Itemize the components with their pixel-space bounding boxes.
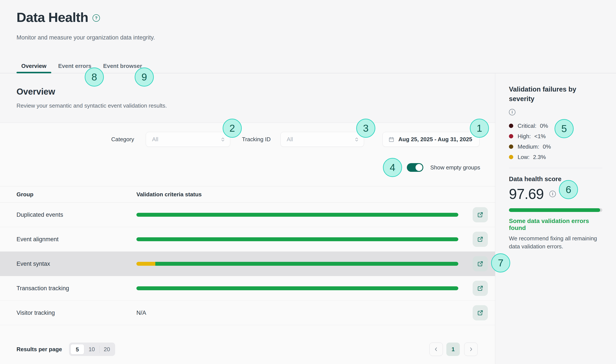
status-bar [136,262,458,266]
annotation-circle-5: 5 [555,119,574,138]
group-name: Event alignment [16,236,59,243]
annotation-circle-7: 7 [491,253,510,273]
main-panel: Overview Review your semantic and syntac… [0,73,495,364]
group-name: Visitor tracking [16,310,55,316]
column-header-status: Validation criteria status [136,186,202,202]
column-header-group: Group [16,186,33,202]
info-icon[interactable]: i [509,109,516,115]
chevron-right-icon [468,347,474,352]
previous-page-button[interactable] [429,342,443,356]
severity-item-medium: Medium: 0% [509,142,602,152]
open-details-button[interactable] [473,281,488,296]
date-range-picker[interactable]: Aug 25, 2025 - Aug 31, 2025 [382,132,480,147]
tracking-id-label: Tracking ID [242,132,271,147]
show-empty-groups-toggle[interactable] [407,163,423,172]
category-value: All [152,136,221,143]
show-empty-groups-row: Show empty groups [407,163,480,172]
updown-chevron-icon [354,137,359,142]
severity-value: <1% [534,133,546,140]
status-bar [136,286,458,290]
score-progress-bar [509,208,602,212]
group-name: Event syntax [16,260,50,267]
table-row: Duplicated events [0,203,495,227]
tab-overview[interactable]: Overview [16,59,51,73]
section-subtitle: Review your semantic and syntactic event… [16,102,167,109]
severity-panel-title: Validation failures by severity [509,85,589,104]
severity-label: High: [518,133,531,140]
results-option-5[interactable]: 5 [70,344,84,354]
table-row: Visitor tracking N/A [0,301,495,325]
next-page-button[interactable] [464,342,478,356]
score-recommendation: We recommend fixing all remaining data v… [509,234,600,250]
external-link-icon [477,310,484,316]
status-bar [136,237,458,241]
group-name: Transaction tracking [16,285,69,292]
filters-section: Category All Tracking ID All [0,123,495,186]
section-title: Overview [16,87,55,97]
data-health-score-title: Data health score [509,175,602,183]
severity-label: Low: [518,154,530,160]
table-header: Group Validation criteria status [0,186,495,203]
updown-chevron-icon [221,137,225,142]
severity-label: Critical: [518,123,536,129]
content: Overview Review your semantic and syntac… [0,73,616,364]
external-link-icon [477,236,484,243]
severity-value: 2.3% [533,154,546,160]
current-page-button[interactable]: 1 [446,342,460,356]
table-row: Event alignment [0,227,495,252]
page-header: Data Health ? Monitor and measure your o… [0,0,616,73]
segment-separator [99,346,99,353]
group-name: Duplicated events [16,211,63,218]
calendar-icon [388,136,394,143]
open-details-button[interactable] [473,232,488,247]
annotation-circle-4: 4 [383,158,402,177]
annotation-circle-3: 3 [356,119,375,138]
score-status-message: Some data validation errors found [509,218,602,232]
results-per-page-control: 5 10 20 [69,342,115,356]
table-row-highlighted: Event syntax [0,252,495,276]
severity-value: 0% [543,143,551,150]
show-empty-groups-label: Show empty groups [430,164,480,171]
pagination-bar: Results per page 5 10 20 1 [0,325,495,364]
info-icon[interactable]: i [549,191,556,197]
results-per-page-label: Results per page [16,342,62,356]
annotation-circle-6: 6 [559,180,578,199]
high-dot-icon [509,134,513,138]
help-icon[interactable]: ? [93,14,100,22]
tracking-id-select[interactable]: All [280,132,364,147]
annotation-circle-2: 2 [223,119,242,138]
low-dot-icon [509,155,513,159]
page-subtitle: Monitor and measure your organization da… [16,34,155,41]
open-details-button[interactable] [473,207,488,222]
category-label: Category [111,132,134,147]
validation-sidebar: Validation failures by severity i Critic… [495,73,616,364]
main-body: Category All Tracking ID All [0,123,495,364]
status-na: N/A [136,310,146,316]
severity-item-low: Low: 2.3% [509,152,602,162]
annotation-circle-8: 8 [85,67,104,87]
page-title: Data Health [16,10,88,25]
tabbar: Overview Event errors Event browser [16,59,147,73]
critical-dot-icon [509,124,513,128]
external-link-icon [477,285,484,292]
toggle-knob [416,164,422,171]
open-details-button[interactable] [473,256,488,271]
results-option-20[interactable]: 20 [100,346,114,353]
open-details-button[interactable] [473,305,488,320]
tracking-id-value: All [287,136,354,143]
data-health-page: { "colors": { "accent_teal": "#0b7262", … [0,0,616,364]
external-link-icon [477,260,484,267]
chevron-left-icon [434,347,439,352]
annotation-circle-1: 1 [470,119,489,138]
status-bar [136,213,458,217]
severity-label: Medium: [518,143,539,150]
category-select[interactable]: All [146,132,230,147]
date-range-value: Aug 25, 2025 - Aug 31, 2025 [398,136,472,143]
medium-dot-icon [509,144,513,149]
severity-value: 0% [540,123,548,129]
external-link-icon [477,211,484,218]
data-health-score-value: 97.69 [509,186,544,202]
results-option-10[interactable]: 10 [85,346,98,353]
annotation-circle-9: 9 [135,67,154,87]
overview-heading-band: Overview Review your semantic and syntac… [0,73,495,123]
